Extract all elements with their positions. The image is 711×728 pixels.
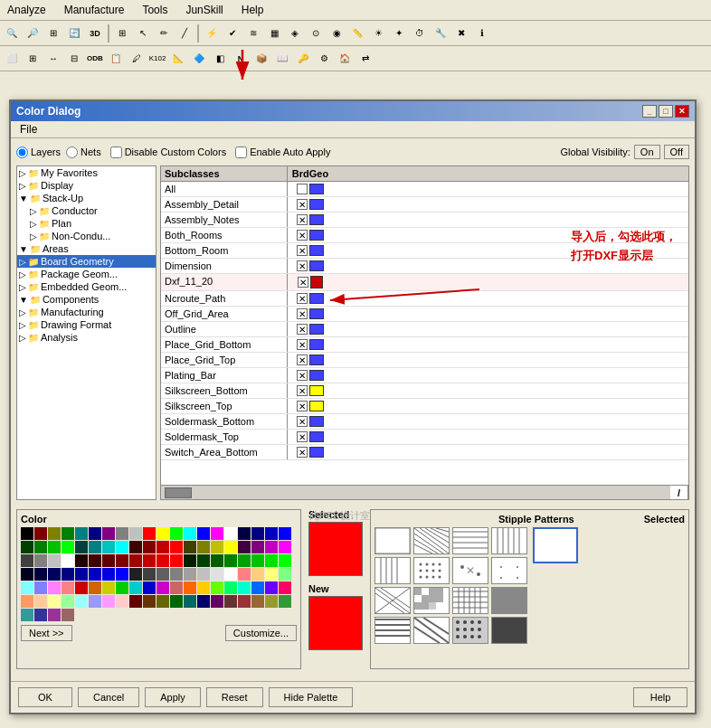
tb2-1[interactable]: ⬜ <box>2 49 22 69</box>
tb2-10[interactable]: ◧ <box>210 49 230 69</box>
maximize-btn[interactable]: □ <box>659 105 673 118</box>
color-cell[interactable] <box>156 568 169 581</box>
stipple-cell[interactable]: ✕ <box>452 557 488 584</box>
color-cell[interactable] <box>102 568 115 581</box>
new-color-swatch[interactable] <box>308 596 363 650</box>
reset-btn[interactable]: Reset <box>206 687 263 707</box>
color-cell[interactable] <box>279 581 291 594</box>
next-btn[interactable]: Next >> <box>21 625 72 641</box>
color-cell[interactable] <box>224 595 237 608</box>
color-cell[interactable] <box>75 595 88 608</box>
help-btn[interactable]: Help <box>633 687 687 707</box>
table-row[interactable]: Dxf_11_20 ✕ <box>161 274 688 291</box>
color-cell[interactable] <box>34 527 47 540</box>
color-cell[interactable] <box>197 554 210 567</box>
color-cell[interactable] <box>143 527 156 540</box>
color-cell[interactable] <box>197 527 210 540</box>
tree-item-package-geom[interactable]: ▷ 📁 Package Geom... <box>17 268 156 280</box>
color-cell[interactable] <box>197 581 210 594</box>
hide-palette-btn[interactable]: Hide Palette <box>269 687 354 707</box>
stipple-cell[interactable] <box>374 587 411 614</box>
stipple-cell[interactable] <box>374 527 411 554</box>
color-cell[interactable] <box>116 581 128 594</box>
stipple-cell[interactable] <box>491 587 527 614</box>
selected-stipple[interactable] <box>533 527 578 563</box>
color-cell[interactable] <box>21 581 33 594</box>
tree-item-embedded-geom[interactable]: ▷ 📁 Embedded Geom... <box>17 280 156 293</box>
color-cell[interactable] <box>34 554 47 567</box>
color-cell[interactable] <box>238 554 251 567</box>
color-cell[interactable] <box>156 554 169 567</box>
color-cell[interactable] <box>251 527 264 540</box>
cancel-btn[interactable]: Cancel <box>78 687 139 707</box>
color-cell[interactable] <box>238 595 251 608</box>
color-cell[interactable] <box>129 541 142 553</box>
tb-zoom-out[interactable]: 🔎 <box>23 24 43 43</box>
tb-del[interactable]: ✖ <box>451 24 471 43</box>
color-cell[interactable] <box>102 595 115 608</box>
minimize-btn[interactable]: _ <box>642 105 657 118</box>
color-cell[interactable] <box>129 527 142 540</box>
color-cell[interactable] <box>156 541 169 553</box>
color-cell[interactable] <box>238 541 251 553</box>
tb-zoom-in[interactable]: 🔍 <box>2 24 22 43</box>
color-cell[interactable] <box>62 554 74 567</box>
color-cell[interactable] <box>34 541 47 553</box>
color-cell[interactable] <box>184 527 196 540</box>
table-row[interactable]: Soldermask_Bottom ✕ <box>161 414 688 430</box>
tb2-7[interactable]: K102 <box>147 49 167 69</box>
color-cell[interactable] <box>89 581 101 594</box>
selected-color-swatch[interactable] <box>308 522 363 576</box>
disable-custom-checkbox[interactable] <box>110 147 122 158</box>
color-cell[interactable] <box>34 581 47 594</box>
color-cell[interactable] <box>170 595 183 608</box>
color-cell[interactable] <box>102 527 115 540</box>
color-cell[interactable] <box>211 568 223 581</box>
color-cell[interactable] <box>129 581 142 594</box>
color-cell[interactable] <box>197 595 210 608</box>
tree-item-areas[interactable]: ▼ 📁 Areas <box>17 242 156 255</box>
color-cell[interactable] <box>211 541 223 553</box>
color-cell[interactable] <box>75 581 88 594</box>
color-cell[interactable] <box>48 527 61 540</box>
stipple-cell[interactable] <box>413 527 450 554</box>
tree-item-manufacturing[interactable]: ▷ 📁 Manufacturing <box>17 306 156 318</box>
tb2-16[interactable]: 🏠 <box>335 49 355 69</box>
tb-grid[interactable]: ⊞ <box>112 24 132 43</box>
tb2-11[interactable]: N <box>231 49 251 69</box>
color-cell[interactable] <box>251 581 264 594</box>
color-cell[interactable] <box>143 554 156 567</box>
color-cell[interactable] <box>224 541 237 553</box>
color-cell[interactable] <box>170 581 183 594</box>
color-cell[interactable] <box>197 568 210 581</box>
table-row[interactable]: Ncroute_Path ✕ <box>161 291 688 307</box>
color-cell[interactable] <box>170 541 183 553</box>
color-cell[interactable] <box>251 568 264 581</box>
tb-3d[interactable]: 3D <box>85 24 105 43</box>
tb2-14[interactable]: 🔑 <box>293 49 313 69</box>
table-row[interactable]: Silkscreen_Top ✕ <box>161 399 688 414</box>
color-cell[interactable] <box>21 541 33 553</box>
nets-radio[interactable] <box>66 147 78 158</box>
table-row[interactable]: Switch_Area_Bottom ✕ <box>161 445 688 460</box>
color-cell[interactable] <box>21 609 33 621</box>
color-cell[interactable] <box>62 527 74 540</box>
color-cell[interactable] <box>238 581 251 594</box>
color-cell[interactable] <box>156 527 169 540</box>
color-cell[interactable] <box>224 568 237 581</box>
color-cell[interactable] <box>184 581 196 594</box>
table-row[interactable]: Off_Grid_Area ✕ <box>161 307 688 322</box>
color-cell[interactable] <box>265 527 278 540</box>
color-cell[interactable] <box>211 554 223 567</box>
color-cell[interactable] <box>116 568 128 581</box>
tb2-12[interactable]: 📦 <box>251 49 271 69</box>
tb-comp[interactable]: ▦ <box>264 24 284 43</box>
nets-radio-label[interactable]: Nets <box>66 147 101 158</box>
color-cell[interactable] <box>48 609 61 621</box>
color-cell[interactable] <box>279 595 291 608</box>
color-cell[interactable] <box>224 554 237 567</box>
color-cell[interactable] <box>75 527 88 540</box>
tb2-13[interactable]: 📖 <box>272 49 292 69</box>
table-row[interactable]: Bottom_Room ✕ <box>161 243 688 259</box>
color-cell[interactable] <box>34 595 47 608</box>
